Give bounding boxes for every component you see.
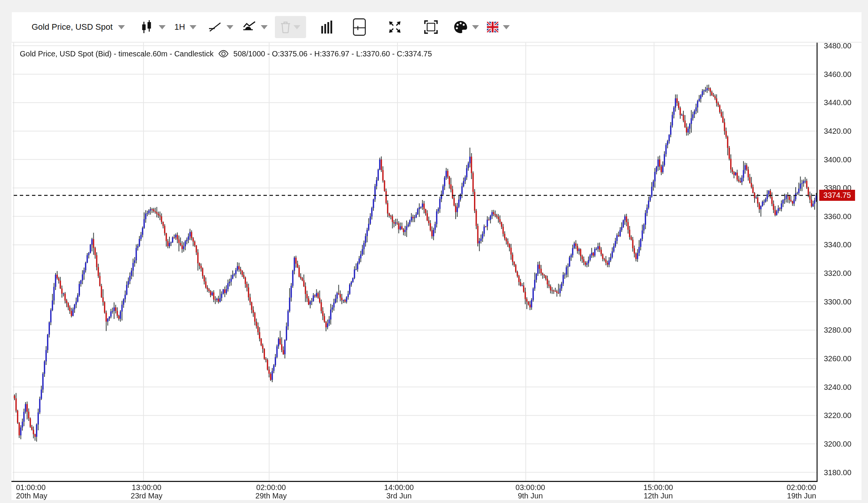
- chevron-down-icon: [190, 25, 196, 29]
- theme-selector[interactable]: [454, 12, 479, 42]
- legend-ohlc-stats: 508/1000 - O:3375.06 - H:3376.97 - L:337…: [233, 50, 432, 58]
- pattern-zigzag-icon: [243, 21, 256, 34]
- last-price-badge: 3374.75: [819, 190, 855, 201]
- uk-flag-icon: [487, 22, 498, 32]
- chevron-down-icon: [118, 25, 125, 29]
- scale-frame-button[interactable]: [424, 12, 438, 42]
- visibility-eye-icon[interactable]: [218, 50, 229, 58]
- y-axis-tick-label: 3300.00: [824, 297, 868, 306]
- palette-icon: [454, 21, 468, 34]
- volume-bars-icon: [321, 21, 333, 34]
- scale-frame-icon: [424, 20, 438, 34]
- price-chart-canvas[interactable]: [11, 43, 862, 500]
- timeframe-selector[interactable]: 1H: [174, 12, 196, 42]
- fullscreen-expand-icon: [388, 21, 401, 34]
- pattern-tools-selector[interactable]: [243, 12, 268, 42]
- y-axis-tick-label: 3360.00: [824, 212, 868, 221]
- volume-toggle-button[interactable]: [321, 12, 333, 42]
- delete-drawings-button-disabled: [275, 16, 306, 38]
- x-axis-tick-label: 01:00:0020th May: [16, 483, 92, 500]
- y-axis-tick-label: 3200.00: [824, 439, 868, 449]
- x-axis-tick-label: 03:00:009th Jun: [492, 483, 568, 500]
- chevron-down-icon: [472, 25, 479, 29]
- timeframe-label: 1H: [174, 22, 185, 32]
- y-axis-tick-label: 3420.00: [824, 127, 868, 136]
- chart-type-selector[interactable]: [140, 12, 166, 42]
- y-axis-tick-label: 3480.00: [824, 41, 868, 50]
- chevron-down-icon: [261, 25, 268, 29]
- x-axis-tick-label: 02:00:0029th May: [233, 483, 309, 500]
- trendline-icon: [208, 21, 222, 34]
- split-panel-icon: [353, 18, 366, 36]
- x-axis-tick-label: 13:00:0023rd May: [108, 483, 185, 500]
- y-axis-tick-label: 3280.00: [824, 325, 868, 335]
- chevron-down-icon: [159, 25, 166, 29]
- x-axis-tick-label: 15:00:0012th Jun: [620, 483, 696, 500]
- fullscreen-button[interactable]: [388, 12, 401, 42]
- x-axis-tick-label: 14:00:003rd Jun: [361, 483, 437, 500]
- chevron-down-icon: [227, 25, 233, 29]
- symbol-selector[interactable]: Gold Price, USD Spot: [32, 12, 125, 42]
- x-axis-tick-label: 02:00:0019th Jun: [740, 483, 816, 500]
- language-selector[interactable]: [487, 12, 510, 42]
- y-axis-tick-label: 3400.00: [824, 155, 868, 164]
- y-axis-tick-label: 3440.00: [824, 98, 868, 107]
- y-axis-tick-label: 3240.00: [824, 383, 868, 392]
- y-axis-tick-label: 3260.00: [824, 354, 868, 363]
- split-panel-button[interactable]: [353, 12, 366, 42]
- chevron-down-icon: [503, 25, 510, 29]
- y-axis-tick-label: 3220.00: [824, 411, 868, 420]
- trash-icon: [281, 21, 290, 33]
- line-tools-selector[interactable]: [208, 12, 233, 42]
- chart-legend: Gold Price, USD Spot (Bid) - timescale.6…: [20, 49, 432, 59]
- y-axis-tick-label: 3320.00: [824, 269, 868, 278]
- chevron-down-icon: [294, 25, 300, 29]
- y-axis-tick-label: 3460.00: [824, 70, 868, 79]
- y-axis-tick-label: 3340.00: [824, 240, 868, 249]
- y-axis-tick-label: 3180.00: [824, 468, 868, 477]
- toolbar: Gold Price, USD Spot 1H: [12, 12, 862, 42]
- candlestick-icon: [140, 19, 153, 35]
- chart-panel: Gold Price, USD Spot (Bid) - timescale.6…: [11, 43, 862, 500]
- legend-series-text: Gold Price, USD Spot (Bid) - timescale.6…: [20, 50, 214, 58]
- symbol-label: Gold Price, USD Spot: [32, 22, 113, 32]
